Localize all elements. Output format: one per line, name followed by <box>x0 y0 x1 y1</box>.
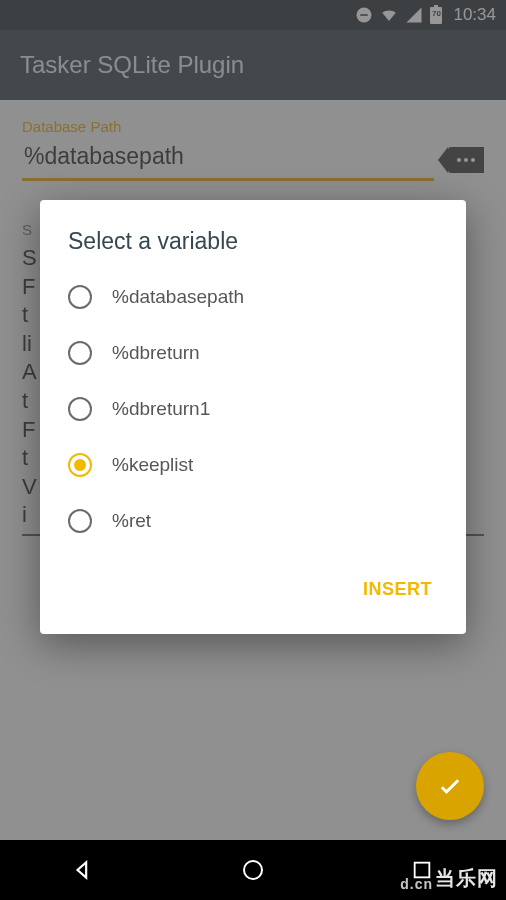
radio-option[interactable]: %dbreturn1 <box>40 381 466 437</box>
svg-point-4 <box>244 861 262 879</box>
radio-icon <box>68 285 92 309</box>
radio-label: %ret <box>112 510 151 532</box>
radio-option[interactable]: %ret <box>40 493 466 549</box>
recent-icon <box>411 859 433 881</box>
home-icon <box>241 858 265 882</box>
radio-label: %dbreturn <box>112 342 200 364</box>
radio-label: %dbreturn1 <box>112 398 210 420</box>
radio-icon <box>68 397 92 421</box>
nav-home-button[interactable] <box>223 850 283 890</box>
radio-list: %databasepath%dbreturn%dbreturn1%keeplis… <box>40 269 466 549</box>
nav-recent-button[interactable] <box>392 850 452 890</box>
back-icon <box>71 857 97 883</box>
radio-option[interactable]: %keeplist <box>40 437 466 493</box>
insert-button[interactable]: INSERT <box>353 571 442 608</box>
radio-option[interactable]: %databasepath <box>40 269 466 325</box>
dialog-title: Select a variable <box>40 228 466 269</box>
radio-icon <box>68 453 92 477</box>
navigation-bar: d.cn 当乐网 <box>0 840 506 900</box>
confirm-fab[interactable] <box>416 752 484 820</box>
radio-label: %databasepath <box>112 286 244 308</box>
radio-icon <box>68 341 92 365</box>
radio-option[interactable]: %dbreturn <box>40 325 466 381</box>
select-variable-dialog: Select a variable %databasepath%dbreturn… <box>40 200 466 634</box>
check-icon <box>436 772 464 800</box>
nav-back-button[interactable] <box>54 850 114 890</box>
radio-icon <box>68 509 92 533</box>
svg-rect-5 <box>414 863 429 878</box>
radio-label: %keeplist <box>112 454 193 476</box>
